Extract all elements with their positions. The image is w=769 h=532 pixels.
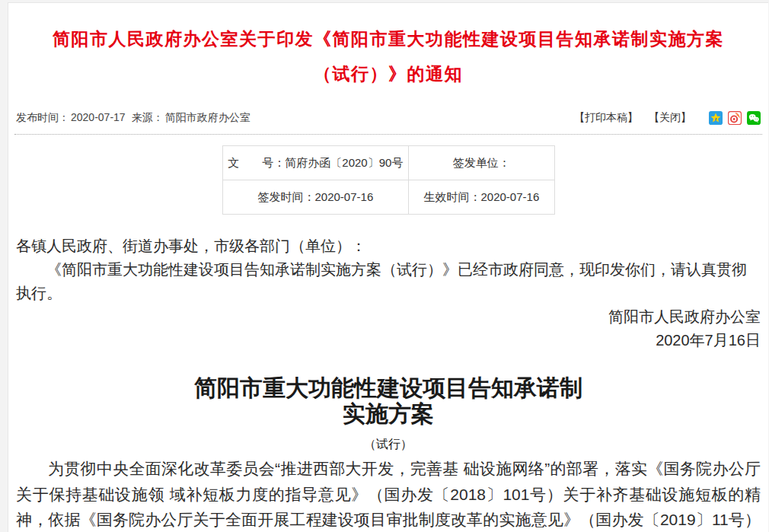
plan-subtitle: （试行） [16,432,761,456]
plan-title: 简阳市重大功能性建设项目告知承诺制 实施方案 [16,375,761,427]
page-container: 简阳市人民政府办公室关于印发《简阳市重大功能性建设项目告知承诺制实施方案（试行）… [8,2,768,532]
source-value: 简阳市政府办公室 [165,111,250,123]
issuing-unit-cell: 签发单位： [409,146,554,180]
svg-text:z: z [714,116,716,121]
signer-name: 简阳市人民政府办公室 [16,305,761,329]
plan-paragraph: 为贯彻中央全面深化改革委员会“推进西部大开发，完善基 础设施网络”的部署，落实《… [16,456,761,532]
effective-date-cell: 生效时间：2020-07-16 [409,180,554,215]
plan-title-line1: 简阳市重大功能性建设项目告知承诺制 [16,375,761,401]
close-button[interactable]: 【关闭】 [649,111,691,125]
share-icons: z [704,111,761,125]
sign-date-cell: 签发时间：2020-07-16 [222,180,409,215]
plan-title-line2: 实施方案 [16,401,761,427]
weibo-share-icon[interactable] [728,111,742,125]
meta-row: 发布时间：2020-07-17来源：简阳市政府办公室 【打印本稿】 【关闭】 z [14,107,762,135]
meta-actions: 【打印本稿】 【关闭】 z [563,111,761,125]
doc-info-table: 文 号：简府办函〔2020〕90号 签发单位： 签发时间：2020-07-16 … [222,145,555,215]
table-row: 文 号：简府办函〔2020〕90号 签发单位： [222,146,554,180]
notice-paragraph: 《简阳市重大功能性建设项目告知承诺制实施方案（试行）》已经市政府同意，现印发你们… [16,258,761,305]
table-row: 签发时间：2020-07-16 生效时间：2020-07-16 [222,180,554,215]
page-title: 简阳市人民政府办公室关于印发《简阳市重大功能性建设项目告知承诺制实施方案（试行）… [8,3,768,107]
source-label: 来源： [132,111,164,123]
salutation: 各镇人民政府、街道办事处，市级各部门（单位）： [16,234,761,258]
publish-time-label: 发布时间： [16,111,69,123]
publish-time-value: 2020-07-17 [71,111,126,123]
signer-date: 2020年7月16日 [16,329,761,352]
doc-number-cell: 文 号：简府办函〔2020〕90号 [222,146,409,180]
print-button[interactable]: 【打印本稿】 [574,111,638,125]
publish-meta: 发布时间：2020-07-17来源：简阳市政府办公室 [16,111,252,125]
qzone-share-icon[interactable]: z [709,111,723,125]
wechat-share-icon[interactable] [747,111,761,125]
doc-body: 各镇人民政府、街道办事处，市级各部门（单位）： 《简阳市重大功能性建设项目告知承… [8,215,768,532]
